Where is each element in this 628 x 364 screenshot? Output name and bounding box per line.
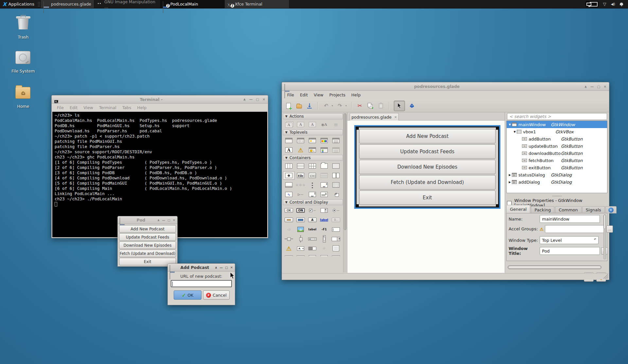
tab-podresources-glade[interactable]: podresources.glade ✕ [350, 113, 399, 121]
palette-color-button[interactable] [295, 216, 306, 224]
palette-calendar[interactable] [306, 254, 318, 256]
window-title-input[interactable] [540, 247, 600, 255]
taskbar-button-gimp[interactable]: GNU Image Manipulation ... [94, 0, 160, 8]
palette-separator[interactable] [318, 254, 330, 256]
palette-image[interactable]: ⌂ [295, 225, 306, 234]
palette-link-button[interactable]: label [318, 216, 330, 224]
close-button[interactable]: ✕ [603, 85, 606, 89]
new-project-button[interactable] [285, 102, 292, 109]
pane-splitter[interactable] [505, 195, 609, 197]
menu-edit[interactable]: Edit [297, 92, 310, 98]
palette-paned-grid[interactable] [318, 190, 330, 199]
download-new-episodes-button[interactable]: Download New Episodes [119, 241, 176, 249]
tree-row-downloadbutton[interactable]: OK downloadButton GtkButton [507, 150, 607, 157]
palette-spinner[interactable]: ✳ [318, 244, 330, 253]
expander-icon[interactable]: ▼ [513, 130, 517, 133]
desktop-icon-trash[interactable]: Trash [8, 14, 39, 40]
display-settings-icon[interactable] [585, 1, 599, 8]
palette-arrow[interactable]: ⚠ [283, 244, 295, 253]
palette-hpaned[interactable] [330, 171, 342, 180]
palette-scrolled-window[interactable] [318, 181, 330, 189]
palette-alignment[interactable] [330, 190, 342, 199]
palette-about-dialog[interactable] [306, 136, 318, 145]
palette-statusbar[interactable] [283, 254, 295, 256]
palette-frame[interactable] [330, 162, 342, 170]
accel-groups-input[interactable] [545, 225, 605, 233]
palette-message-dialog[interactable]: ⚠ [295, 146, 306, 154]
selection-handle[interactable] [496, 204, 498, 207]
menu-projects[interactable]: Projects [327, 92, 348, 98]
undo-button[interactable]: ↶ [323, 102, 330, 109]
redo-dropdown[interactable]: ▾ [345, 104, 347, 107]
update-podcast-feeds-button[interactable]: Update Podcast Feeds [119, 233, 176, 241]
design-update-button[interactable]: Update Podcast Feeds [359, 144, 496, 159]
palette-window[interactable] [283, 136, 295, 145]
tab-close-icon[interactable]: ✕ [394, 115, 397, 119]
copy-button[interactable] [367, 102, 374, 109]
palette-hbutton-box[interactable] [306, 171, 318, 180]
palette-assistant[interactable] [330, 146, 342, 154]
url-input[interactable] [171, 280, 232, 287]
tree-row-adddialog[interactable]: ▶ addDialog GtkDialog [507, 178, 607, 186]
tab-packing[interactable]: Packing [531, 206, 554, 213]
properties-hscrollbar[interactable] [508, 265, 602, 269]
palette-entry[interactable] [330, 225, 342, 234]
palette-scrollbar[interactable] [343, 113, 347, 273]
palette-file-chooser-dialog[interactable] [330, 136, 342, 145]
palette-combo-box[interactable] [330, 235, 342, 243]
menu-terminal[interactable]: Terminal [96, 105, 119, 111]
tree-row-updatebutton[interactable]: OK updateButton GtkButton [507, 142, 607, 150]
palette-recent-action[interactable]: ▤ [330, 120, 342, 129]
tab-signals[interactable]: Signals [582, 206, 605, 213]
taskbar-button-terminal[interactable]: $_ 2 Xfce Terminal [225, 0, 289, 8]
palette-combo-box-entry[interactable]: A [295, 244, 306, 253]
save-button[interactable]: ↓ [306, 102, 313, 109]
selection-handle[interactable] [496, 127, 498, 130]
palette-section-containers[interactable]: ▼Containers [283, 155, 343, 161]
palette-button[interactable]: OK [283, 206, 295, 215]
maximize-button[interactable]: ▢ [167, 218, 170, 222]
palette-vscale[interactable] [295, 235, 306, 243]
palette-recent-chooser-dialog[interactable] [318, 146, 330, 154]
palette-accel-label[interactable]: -F1 [318, 225, 330, 234]
palette-font-selection-dialog[interactable]: A [283, 146, 295, 154]
palette-aspect-frame[interactable]: File [295, 171, 306, 180]
tree-row-statusdialog[interactable]: ▶ statusDialog GtkDialog [507, 171, 607, 178]
properties-vscrollbar[interactable] [603, 214, 606, 259]
palette-scale-button[interactable]: 0.. [330, 216, 342, 224]
palette-font-button[interactable]: A [306, 216, 318, 224]
design-canvas[interactable]: Add New Podcast Update Podcast Feeds Dow… [347, 121, 505, 273]
palette-radio-action[interactable]: ◉A [318, 120, 330, 129]
palette-section-toplevels[interactable]: ▼Toplevels [283, 129, 343, 135]
design-fetch-button[interactable]: Fetch (Update and Download) [359, 175, 496, 190]
paste-button[interactable] [377, 102, 384, 109]
tab-general[interactable]: General [506, 205, 530, 213]
fetch-button[interactable]: Fetch (Update and Download) [119, 250, 176, 257]
volume-icon[interactable]: ◀)) [611, 2, 615, 6]
search-widgets-input[interactable] [507, 113, 607, 120]
taskbar-button-podlocalmain[interactable]: 2 PodLocalMain [160, 0, 225, 8]
shade-button[interactable]: ∧ [584, 85, 587, 89]
palette-section-control-display[interactable]: ▼Control and Display [283, 199, 343, 205]
palette-curve[interactable]: ∿ [283, 190, 295, 199]
resize-grip[interactable] [603, 274, 608, 279]
palette-layout[interactable] [283, 181, 295, 189]
maximize-button[interactable]: ▢ [256, 97, 259, 101]
tree-row-addbutton[interactable]: OK addButton GtkButton [507, 135, 607, 142]
selection-handle[interactable] [356, 204, 359, 207]
tree-row-vbox1[interactable]: ▼ vbox1 GtkVBox [507, 128, 607, 135]
pod-titlebar[interactable]: Pod ∧ — ▢ ✕ [118, 216, 177, 224]
palette-volume-button[interactable]: ◁) [283, 225, 295, 234]
palette-fixed[interactable]: ↔↕ [283, 171, 295, 180]
selector-tool-button[interactable] [394, 101, 405, 111]
add-new-podcast-button[interactable]: Add New Podcast [119, 225, 176, 233]
minimize-button[interactable]: — [220, 266, 223, 269]
menu-edit[interactable]: Edit [67, 105, 80, 111]
menu-file[interactable]: File [54, 105, 66, 111]
close-button[interactable]: ✕ [173, 218, 175, 222]
menu-view[interactable]: View [311, 92, 326, 98]
design-download-button[interactable]: Download New Episodes [359, 160, 496, 174]
palette-check-button[interactable]: ✔ [306, 206, 318, 215]
shade-button[interactable]: ∧ [243, 97, 246, 101]
palette-vscrollbar[interactable] [318, 235, 330, 243]
